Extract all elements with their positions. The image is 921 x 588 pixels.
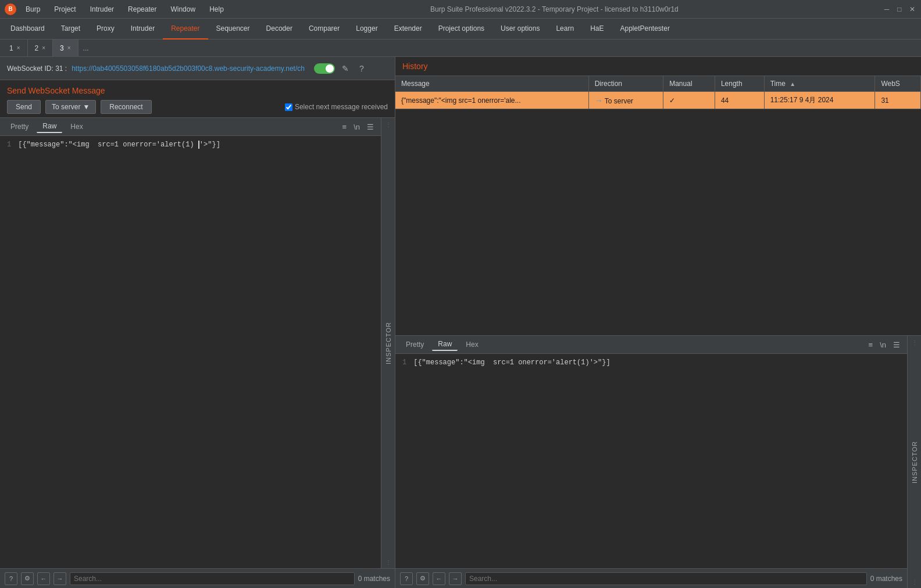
cell-direction: → To server xyxy=(588,92,663,109)
title-left: B Burp Project Intruder Repeater Window … xyxy=(5,3,226,16)
nav-comparer[interactable]: Comparer xyxy=(301,19,348,40)
maximize-button[interactable]: □ xyxy=(895,5,904,13)
nav-user-options[interactable]: User options xyxy=(492,19,548,40)
nav-learn[interactable]: Learn xyxy=(548,19,582,40)
select-next-checkbox-label[interactable]: Select next message received xyxy=(285,103,388,111)
inspector-dots-top: ⋮ xyxy=(385,121,391,128)
col-message: Message xyxy=(395,76,588,92)
tab-1[interactable]: 1 × xyxy=(2,40,28,57)
history-table: Message Direction Manual Length Time ▲ W… xyxy=(395,76,921,335)
resp-text-format-icon[interactable]: ≡ xyxy=(866,339,876,350)
tab-raw[interactable]: Raw xyxy=(37,120,62,133)
search-input-right[interactable] xyxy=(465,572,867,585)
nav-logger[interactable]: Logger xyxy=(348,19,385,40)
send-controls: Send To server ▼ Reconnect Select next m… xyxy=(7,100,388,114)
right-inspector-dots-top: ⋮ xyxy=(908,338,921,346)
nav-hae[interactable]: HaE xyxy=(582,19,612,40)
nav-dashboard[interactable]: Dashboard xyxy=(2,19,53,40)
burp-logo-icon: B xyxy=(5,3,16,15)
wrap-icon[interactable]: ☰ xyxy=(365,121,376,132)
menu-window[interactable]: Window xyxy=(168,3,198,16)
ws-toggle[interactable] xyxy=(314,63,335,74)
menu-intruder[interactable]: Intruder xyxy=(88,3,116,16)
settings-icon-left[interactable]: ⚙ xyxy=(21,572,34,585)
next-match-left[interactable]: → xyxy=(53,572,66,585)
to-server-dropdown[interactable]: To server ▼ xyxy=(45,100,96,114)
menu-project[interactable]: Project xyxy=(52,3,78,16)
resp-newline-icon[interactable]: \n xyxy=(877,339,888,350)
prev-match-left[interactable]: ← xyxy=(37,572,50,585)
nav-proxy[interactable]: Proxy xyxy=(88,19,123,40)
cell-message: {"message":"<img src=1 onerror='ale... xyxy=(395,92,588,109)
resp-tab-hex[interactable]: Hex xyxy=(460,339,484,350)
resp-wrap-icon[interactable]: ☰ xyxy=(891,339,902,350)
help-icon-right[interactable]: ? xyxy=(400,572,413,585)
tab-1-close[interactable]: × xyxy=(17,45,20,51)
help-icon-left[interactable]: ? xyxy=(5,572,17,585)
tab-hex[interactable]: Hex xyxy=(65,121,88,132)
line-number-1: 1 xyxy=(7,141,11,149)
cell-length: 44 xyxy=(715,92,764,109)
col-direction: Direction xyxy=(588,76,663,92)
nav-sequencer[interactable]: Sequencer xyxy=(208,19,258,40)
select-next-label: Select next message received xyxy=(295,103,388,111)
tab-more[interactable]: ... xyxy=(78,42,94,55)
nav-repeater[interactable]: Repeater xyxy=(163,19,208,40)
response-editor-tabs: Pretty Raw Hex ≡ \n ☰ ⚙ xyxy=(395,336,921,354)
matches-left: 0 matches xyxy=(358,575,390,583)
ws-edit-icon[interactable]: ✎ xyxy=(340,63,351,74)
direction-arrow-icon: → xyxy=(595,96,603,105)
nav-extender[interactable]: Extender xyxy=(386,19,430,40)
tab-2-close[interactable]: × xyxy=(42,45,45,51)
col-length: Length xyxy=(715,76,764,92)
col-webs: WebS xyxy=(875,76,921,92)
nav-project-options[interactable]: Project options xyxy=(430,19,492,40)
nav-intruder[interactable]: Intruder xyxy=(123,19,163,40)
history-header: History xyxy=(395,57,921,76)
left-panel: WebSocket ID: 31 : https://0ab4005503058… xyxy=(0,57,395,588)
nav-applet-pentester[interactable]: AppletPentester xyxy=(612,19,677,40)
search-input-left[interactable] xyxy=(70,572,355,585)
menu-help[interactable]: Help xyxy=(207,3,226,16)
resp-tab-raw[interactable]: Raw xyxy=(432,338,458,351)
history-title: History xyxy=(402,62,914,71)
right-inspector-bottom-icon: ⋮ xyxy=(912,579,918,585)
minimize-button[interactable]: ─ xyxy=(883,5,891,13)
to-server-label: To server xyxy=(52,103,80,111)
ws-header: WebSocket ID: 31 : https://0ab4005503058… xyxy=(0,57,395,80)
request-code-area[interactable]: 1[{"message":"<img src=1 onerror='alert(… xyxy=(0,136,395,568)
close-button[interactable]: ✕ xyxy=(908,5,916,13)
right-inspector-dots-bottom: ⋮ xyxy=(908,578,921,586)
bottom-search-right: ? ⚙ ← → 0 matches xyxy=(395,568,907,588)
cell-time: 11:25:17 9 4月 2024 xyxy=(764,92,875,109)
right-inspector-label: INSPECTOR xyxy=(911,441,918,483)
response-code-content: [{"message":"<img src=1 onerror='alert(1… xyxy=(413,358,610,367)
ws-help-icon[interactable]: ? xyxy=(356,63,367,74)
title-bar: B Burp Project Intruder Repeater Window … xyxy=(0,0,921,19)
reconnect-button[interactable]: Reconnect xyxy=(101,100,151,114)
table-header: Message Direction Manual Length Time ▲ W… xyxy=(395,76,921,92)
menu-repeater[interactable]: Repeater xyxy=(126,3,159,16)
tab-pretty[interactable]: Pretty xyxy=(5,121,34,132)
editor-tabs: Pretty Raw Hex ≡ \n ☰ ⚙ xyxy=(0,118,395,136)
resp-tab-pretty[interactable]: Pretty xyxy=(400,339,430,350)
tab-2[interactable]: 2 × xyxy=(28,40,53,57)
main-content: WebSocket ID: 31 : https://0ab4005503058… xyxy=(0,57,921,588)
send-button[interactable]: Send xyxy=(7,100,41,114)
prev-match-right[interactable]: ← xyxy=(433,572,445,585)
newline-icon[interactable]: \n xyxy=(351,121,362,132)
col-time[interactable]: Time ▲ xyxy=(764,76,875,92)
select-next-checkbox[interactable] xyxy=(285,103,292,111)
text-format-icon[interactable]: ≡ xyxy=(340,121,349,132)
menu-burp[interactable]: Burp xyxy=(23,3,42,16)
response-code-area[interactable]: 1[{"message":"<img src=1 onerror='alert(… xyxy=(395,354,921,588)
tab-3-close[interactable]: × xyxy=(67,45,71,51)
settings-icon-right[interactable]: ⚙ xyxy=(416,572,429,585)
sort-asc-icon: ▲ xyxy=(790,81,795,87)
inspector-dots-bottom: ⋮ xyxy=(385,559,391,565)
next-match-right[interactable]: → xyxy=(449,572,462,585)
nav-decoder[interactable]: Decoder xyxy=(258,19,301,40)
nav-target[interactable]: Target xyxy=(53,19,88,40)
table-row[interactable]: {"message":"<img src=1 onerror='ale... →… xyxy=(395,92,921,109)
tab-3[interactable]: 3 × xyxy=(53,40,78,57)
